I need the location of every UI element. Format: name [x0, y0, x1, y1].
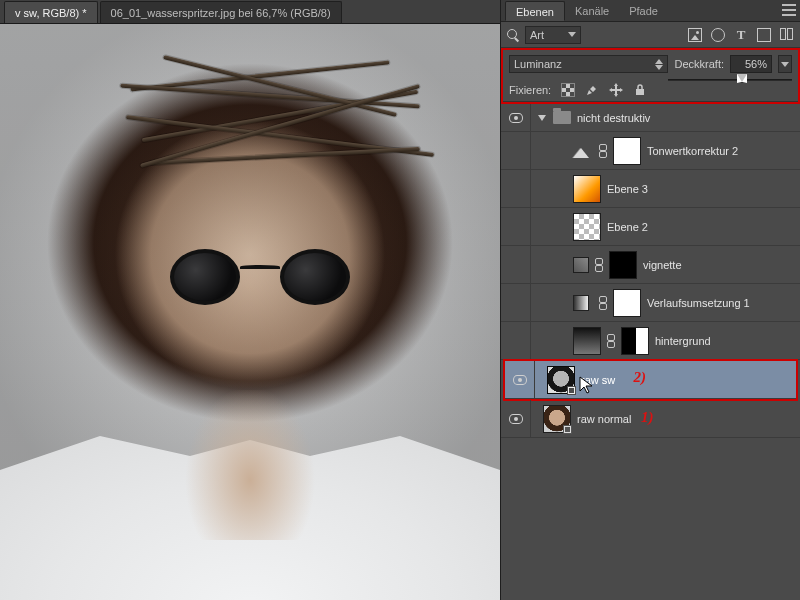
eye-icon — [509, 113, 523, 123]
filter-shape-icon[interactable] — [757, 28, 771, 42]
layer-row[interactable]: hintergrund — [501, 322, 800, 360]
blend-mode-value: Luminanz — [514, 58, 562, 70]
layer-row-selected[interactable]: raw sw 2) — [505, 361, 796, 399]
annotation-label: 1) — [641, 409, 654, 426]
layer-row[interactable]: vignette — [501, 246, 800, 284]
panel-menu-icon[interactable] — [782, 4, 796, 16]
lock-all-icon[interactable] — [633, 83, 647, 97]
canvas-area: v sw, RGB/8) * 06_01_wasserspritzer.jpg … — [0, 0, 500, 600]
visibility-toggle[interactable] — [501, 322, 531, 359]
mask-thumbnail[interactable] — [621, 327, 649, 355]
gradientmap-icon — [573, 295, 589, 311]
layers-list: nicht destruktiv Tonwertkorrektur 2 — [501, 104, 800, 600]
mask-thumbnail[interactable] — [613, 289, 641, 317]
app-frame: v sw, RGB/8) * 06_01_wasserspritzer.jpg … — [0, 0, 800, 600]
filter-icon-row: T — [688, 28, 794, 42]
visibility-toggle[interactable] — [501, 132, 531, 169]
link-icon — [597, 296, 607, 310]
layer-thumbnail[interactable] — [547, 366, 575, 394]
layer-name[interactable]: raw normal — [577, 413, 800, 425]
layer-row[interactable]: Verlaufsumsetzung 1 — [501, 284, 800, 322]
lock-label: Fixieren: — [509, 84, 551, 96]
tab-layers[interactable]: Ebenen — [505, 1, 565, 21]
photo-content — [170, 249, 350, 309]
cursor-icon — [577, 375, 597, 395]
disclosure-icon[interactable] — [538, 115, 546, 121]
layer-thumbnail[interactable] — [573, 327, 601, 355]
layer-name[interactable]: Verlaufsumsetzung 1 — [647, 297, 800, 309]
opacity-input[interactable]: 56% — [730, 55, 772, 73]
layers-panel: Ebenen Kanäle Pfade Art T Lumina — [500, 0, 800, 600]
tab-paths[interactable]: Pfade — [619, 1, 668, 21]
layer-row[interactable]: Ebene 3 — [501, 170, 800, 208]
layer-name[interactable]: hintergrund — [655, 335, 800, 347]
layer-name[interactable]: Ebene 3 — [607, 183, 800, 195]
layer-name[interactable]: nicht destruktiv — [577, 112, 800, 124]
folder-icon — [553, 111, 571, 124]
layer-name[interactable]: Tonwertkorrektur 2 — [647, 145, 800, 157]
slider-thumb[interactable] — [737, 74, 747, 83]
eye-icon — [509, 414, 523, 424]
filter-pixel-icon[interactable] — [688, 28, 702, 42]
layer-name[interactable]: raw sw — [581, 374, 796, 386]
mask-thumbnail[interactable] — [609, 251, 637, 279]
chevron-down-icon — [781, 62, 789, 67]
image-viewport[interactable] — [0, 24, 500, 600]
filter-adjust-icon[interactable] — [711, 28, 725, 42]
layer-filter-select[interactable]: Art — [525, 26, 581, 44]
lock-row: Fixieren: — [503, 78, 798, 102]
smartobject-badge-icon — [567, 386, 576, 395]
layer-name[interactable]: vignette — [643, 259, 800, 271]
visibility-toggle[interactable] — [505, 361, 535, 398]
opacity-flyout-button[interactable] — [778, 55, 792, 73]
lock-pixels-icon[interactable] — [585, 83, 599, 97]
layer-thumbnail[interactable] — [573, 175, 601, 203]
visibility-toggle[interactable] — [501, 246, 531, 283]
lock-transparency-icon[interactable] — [561, 83, 575, 97]
visibility-toggle[interactable] — [501, 104, 531, 131]
layer-row[interactable]: Ebene 2 — [501, 208, 800, 246]
tab-channels[interactable]: Kanäle — [565, 1, 619, 21]
opacity-label: Deckkraft: — [674, 58, 724, 70]
highlighted-layer-block: raw sw 2) — [503, 359, 798, 401]
document-tab[interactable]: 06_01_wasserspritzer.jpg bei 66,7% (RGB/… — [100, 1, 342, 23]
chevron-down-icon — [655, 65, 663, 70]
svg-rect-0 — [636, 89, 644, 95]
photo-content — [170, 390, 330, 540]
visibility-toggle[interactable] — [501, 170, 531, 207]
fx-icon — [573, 257, 589, 273]
smartobject-badge-icon — [563, 425, 572, 434]
panel-filter-row: Art T — [501, 22, 800, 48]
layer-thumbnail[interactable] — [573, 213, 601, 241]
layer-row[interactable]: Tonwertkorrektur 2 — [501, 132, 800, 170]
chevron-down-icon — [568, 32, 576, 37]
lock-position-icon[interactable] — [609, 83, 623, 97]
layer-filter-label: Art — [530, 29, 544, 41]
blend-mode-select[interactable]: Luminanz — [509, 55, 668, 73]
visibility-toggle[interactable] — [501, 208, 531, 245]
link-icon — [605, 334, 615, 348]
filter-smart-icon[interactable] — [780, 28, 794, 42]
annotation-label: 2) — [634, 369, 647, 386]
visibility-toggle[interactable] — [501, 400, 531, 437]
link-icon — [597, 144, 607, 158]
visibility-toggle[interactable] — [501, 284, 531, 321]
document-tab-bar: v sw, RGB/8) * 06_01_wasserspritzer.jpg … — [0, 0, 500, 24]
mask-thumbnail[interactable] — [613, 137, 641, 165]
layer-name[interactable]: Ebene 2 — [607, 221, 800, 233]
search-icon — [507, 29, 519, 41]
opacity-slider[interactable] — [668, 74, 792, 86]
levels-icon — [573, 143, 589, 159]
panel-tab-bar: Ebenen Kanäle Pfade — [501, 0, 800, 22]
chevron-up-icon — [655, 59, 663, 64]
document-tab[interactable]: v sw, RGB/8) * — [4, 1, 98, 23]
highlighted-blend-block: Luminanz Deckkraft: 56% Fixieren: — [501, 48, 800, 104]
layer-thumbnail[interactable] — [543, 405, 571, 433]
eye-icon — [513, 375, 527, 385]
layer-group-row[interactable]: nicht destruktiv — [501, 104, 800, 132]
filter-type-icon[interactable]: T — [734, 28, 748, 42]
link-icon — [593, 258, 603, 272]
layer-row[interactable]: raw normal 1) — [501, 400, 800, 438]
opacity-value: 56% — [745, 58, 767, 70]
